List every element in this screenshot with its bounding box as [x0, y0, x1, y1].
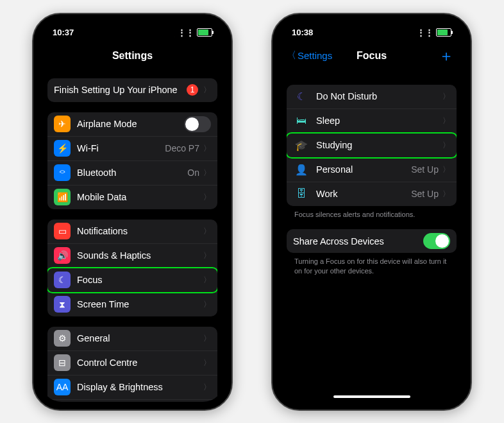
row-notifications[interactable]: ▭Notifications〉: [47, 220, 217, 244]
chevron-right-icon: 〉: [203, 226, 211, 237]
row-general[interactable]: ⚙General〉: [47, 327, 217, 351]
battery-icon: [436, 28, 451, 37]
chevron-right-icon: 〉: [203, 299, 211, 310]
row-personal[interactable]: 👤PersonalSet Up〉: [287, 158, 457, 182]
focus-icon: ☾: [54, 272, 71, 288]
row-bluetooth[interactable]: ⌔BluetoothOn〉: [47, 161, 217, 186]
row-studying[interactable]: 🎓Studying〉: [287, 134, 457, 158]
notifications-icon: ▭: [54, 223, 71, 239]
screen-left: 10:37 📶 ⋮⋮ Settings Finish Setting Up Yo…: [41, 22, 224, 402]
chevron-right-icon: 〉: [203, 250, 211, 261]
row-screen-time[interactable]: ⧗Screen Time〉: [47, 293, 217, 316]
chevron-right-icon: 〉: [442, 189, 450, 200]
general-icon: ⚙: [54, 330, 71, 347]
notch: [85, 22, 181, 39]
chevron-right-icon: 〉: [203, 168, 211, 178]
chevron-right-icon: 〉: [203, 143, 211, 154]
sounds-icon: 🔊: [54, 247, 71, 264]
personal-icon: 👤: [293, 164, 310, 176]
back-button[interactable]: 〈 Settings: [287, 49, 332, 62]
footer-text: Turning a Focus on for this device will …: [287, 253, 457, 276]
clock: 10:37: [53, 28, 74, 37]
chevron-right-icon: 〉: [203, 333, 211, 344]
row-finish-setup[interactable]: Finish Setting Up Your iPhone 1 〉: [47, 78, 217, 102]
chevron-right-icon: 〉: [203, 85, 211, 96]
screentime-icon: ⧗: [54, 296, 71, 313]
chevron-right-icon: 〉: [442, 164, 450, 175]
row-mobile-data[interactable]: 📶Mobile Data〉: [47, 186, 217, 209]
bed-icon: 🛏: [293, 115, 310, 126]
footer-text: Focus silences alerts and notifications.: [287, 206, 457, 220]
row-share-devices[interactable]: Share Across Devices: [287, 229, 457, 253]
share-toggle[interactable]: [423, 233, 450, 249]
mobiledata-icon: 📶: [54, 189, 71, 205]
chevron-right-icon: 〉: [203, 358, 211, 368]
row-display-brightness[interactable]: AADisplay & Brightness〉: [47, 376, 217, 400]
bluetooth-icon: ⌔: [54, 164, 71, 181]
row-control-centre[interactable]: ⊟Control Centre〉: [47, 351, 217, 376]
chevron-right-icon: 〉: [203, 192, 211, 203]
badge-count: 1: [187, 84, 198, 96]
row-work[interactable]: 🗄WorkSet Up〉: [287, 182, 457, 206]
toggle[interactable]: [184, 116, 211, 132]
chevron-left-icon: 〈: [287, 49, 296, 62]
airplane-icon: ✈: [54, 116, 71, 132]
studying-icon: 🎓: [293, 139, 310, 151]
clock: 10:38: [292, 28, 313, 37]
chevron-right-icon: 〉: [442, 116, 450, 126]
chevron-right-icon: 〉: [442, 140, 450, 151]
chevron-right-icon: 〉: [442, 91, 450, 102]
chevron-right-icon: 〉: [203, 275, 211, 286]
row-home-screen[interactable]: ▦Home Screen〉: [47, 400, 217, 402]
home-indicator[interactable]: [333, 395, 410, 398]
navbar: Settings: [41, 44, 224, 68]
wifi-icon: ⚡: [54, 140, 71, 157]
page-title: Settings: [112, 50, 153, 62]
row-sounds-haptics[interactable]: 🔊Sounds & Haptics〉: [47, 244, 217, 268]
row-focus[interactable]: ☾Focus〉: [47, 268, 217, 293]
moon-icon: ☾: [293, 91, 310, 103]
display-icon: AA: [54, 379, 71, 395]
work-icon: 🗄: [293, 188, 310, 200]
page-title: Focus: [357, 50, 387, 62]
add-button[interactable]: ＋: [439, 46, 454, 66]
screen-right: 10:38 📶 ⋮⋮ 〈 Settings Focus ＋ ☾Do Not Di…: [280, 22, 463, 402]
row-sleep[interactable]: 🛏Sleep〉: [287, 109, 457, 134]
row-do-not-disturb[interactable]: ☾Do Not Disturb〉: [287, 85, 457, 109]
focus-list[interactable]: ☾Do Not Disturb〉🛏Sleep〉🎓Studying〉👤Person…: [280, 68, 463, 402]
notch: [324, 22, 420, 39]
settings-list[interactable]: Finish Setting Up Your iPhone 1 〉 ✈Airpl…: [41, 68, 224, 402]
controlcentre-icon: ⊟: [54, 354, 71, 371]
phone-left: 10:37 📶 ⋮⋮ Settings Finish Setting Up Yo…: [32, 13, 233, 411]
navbar: 〈 Settings Focus ＋: [280, 44, 463, 68]
row-airplane-mode[interactable]: ✈Airplane Mode: [47, 112, 217, 137]
chevron-right-icon: 〉: [203, 382, 211, 393]
phone-right: 10:38 📶 ⋮⋮ 〈 Settings Focus ＋ ☾Do Not Di…: [271, 13, 472, 411]
battery-icon: [197, 28, 212, 37]
row-wi-fi[interactable]: ⚡Wi-FiDeco P7〉: [47, 137, 217, 161]
